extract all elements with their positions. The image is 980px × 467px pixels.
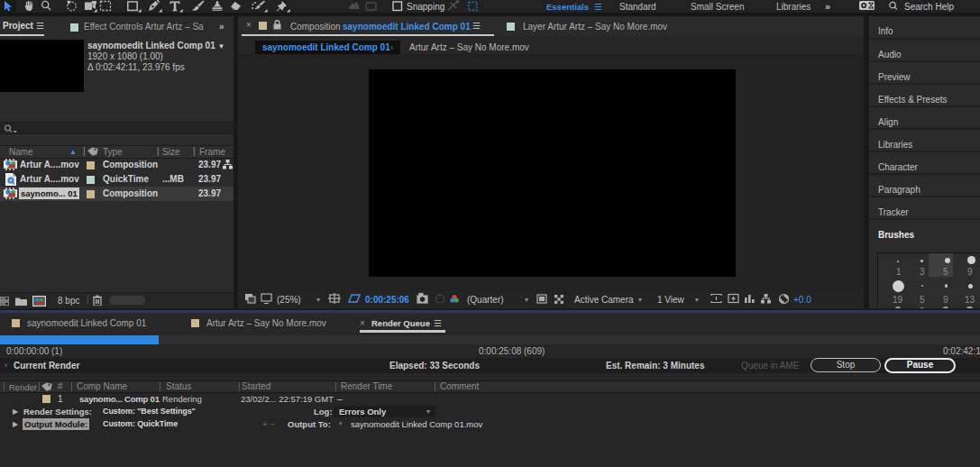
svg-text:☰: ☰ [594, 2, 602, 12]
svg-text:»: » [825, 1, 830, 12]
svg-text:Snapping: Snapping [407, 2, 444, 12]
svg-text:Libraries: Libraries [776, 2, 811, 12]
svg-text:Standard: Standard [619, 2, 656, 12]
svg-text:Small Screen: Small Screen [691, 2, 744, 12]
svg-text:Search Help: Search Help [904, 2, 954, 12]
svg-text:Essentials: Essentials [546, 2, 589, 12]
